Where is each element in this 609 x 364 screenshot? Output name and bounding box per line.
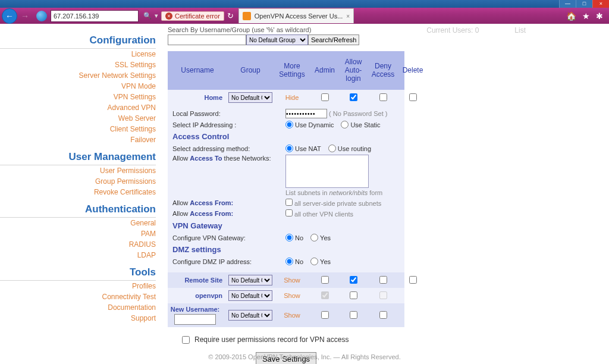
window-maximize[interactable]: □ — [576, 0, 592, 8]
sidebar-item[interactable]: Profiles — [0, 281, 156, 291]
tab-title: OpenVPN Access Server Us... — [255, 12, 343, 20]
sidebar-item[interactable]: License — [0, 49, 156, 59]
require-record-checkbox[interactable] — [182, 336, 190, 344]
group-select[interactable]: No Default Group — [228, 310, 272, 321]
window-close[interactable]: × — [592, 0, 609, 8]
search-group-select[interactable]: No Default Group — [246, 34, 308, 45]
dmz-no-radio[interactable] — [285, 258, 293, 265]
search-icon[interactable]: 🔍 — [143, 12, 152, 20]
new-username-input[interactable] — [174, 314, 216, 325]
sidebar-heading: Authentication — [0, 201, 156, 218]
sidebar-heading: Configuration — [0, 32, 156, 49]
delete-checkbox[interactable] — [409, 276, 417, 284]
ip-dynamic-radio[interactable] — [285, 121, 293, 128]
main-content: Search By Username/Group (use '%' as wil… — [164, 24, 408, 364]
sidebar-item[interactable]: Connectivity Test — [0, 291, 156, 302]
password-hint: ( No Password Set ) — [329, 110, 387, 117]
page-body: Current Users: 0List ConfigurationLicens… — [0, 24, 609, 364]
sidebar-item[interactable]: User Permissions — [0, 165, 156, 176]
label-local-password: Local Password: — [172, 110, 285, 117]
autologin-checkbox[interactable] — [350, 311, 357, 319]
gateway-yes-radio[interactable] — [310, 234, 318, 241]
sidebar-item[interactable]: SSL Settings — [0, 59, 156, 70]
label-configure-gateway: Configure VPN Gateway: — [172, 234, 285, 241]
browser-navbar: ← → 🔍 ▾ ×Certificate error ↻ OpenVPN Acc… — [0, 8, 609, 24]
access-from-clients-checkbox[interactable] — [285, 209, 293, 216]
label-access-from-clients: Allow Access From: — [172, 210, 285, 217]
admin-checkbox[interactable] — [321, 311, 329, 319]
section-access-control: Access Control — [172, 130, 400, 143]
sidebar-item[interactable]: Failover — [0, 134, 156, 145]
require-record-label: Require user permissions record for VPN … — [194, 335, 349, 344]
sidebar-heading: Tools — [0, 264, 156, 281]
subnet-hint: List subnets in network/nbits form — [285, 189, 382, 196]
toggle-settings-link[interactable]: Show — [284, 312, 300, 319]
section-vpn-gateway: VPN Gateway — [172, 219, 400, 233]
search-input[interactable] — [168, 34, 246, 45]
tab-close-button[interactable]: × — [346, 13, 350, 20]
browser-tab[interactable]: OpenVPN Access Server Us... × — [238, 8, 354, 23]
username-cell: Remote Site — [168, 277, 227, 284]
sidebar-heading: User Management — [0, 149, 156, 165]
label-ip-addressing: Select IP Addressing : — [172, 121, 285, 128]
tab-favicon-icon — [243, 12, 251, 20]
tools-icon[interactable]: ✱ — [596, 11, 603, 21]
admin-checkbox[interactable] — [321, 276, 329, 284]
access-from-subnets-checkbox[interactable] — [285, 199, 293, 206]
home-icon[interactable]: 🏠 — [566, 11, 576, 21]
sidebar-item[interactable]: Web Server — [0, 113, 156, 124]
deny-checkbox[interactable] — [379, 311, 387, 319]
deny-checkbox[interactable] — [379, 93, 387, 101]
sidebar: ConfigurationLicenseSSL SettingsServer N… — [0, 24, 164, 364]
sidebar-item[interactable]: Documentation — [0, 302, 156, 313]
sidebar-item[interactable]: RADIUS — [0, 239, 156, 250]
networks-textarea[interactable] — [285, 155, 369, 188]
user-detail-panel: Local Password: ( No Password Set ) Sele… — [168, 105, 404, 272]
search-refresh-button[interactable]: Search/Refresh — [308, 34, 359, 45]
deny-checkbox — [379, 291, 387, 299]
nav-back-button[interactable]: ← — [2, 8, 17, 24]
group-select[interactable]: No Default Group — [228, 92, 272, 103]
deny-checkbox[interactable] — [379, 276, 387, 284]
sidebar-item[interactable]: General — [0, 218, 156, 228]
nat-radio[interactable] — [285, 145, 293, 152]
sidebar-item[interactable]: VPN Mode — [0, 81, 156, 92]
autologin-checkbox[interactable] — [350, 276, 357, 284]
autologin-checkbox[interactable] — [350, 291, 357, 299]
username-cell: openvpn — [168, 292, 227, 299]
sidebar-item[interactable]: Server Network Settings — [0, 70, 156, 81]
ip-static-radio[interactable] — [341, 121, 349, 128]
sidebar-item[interactable]: Revoke Certificates — [0, 187, 156, 197]
toggle-settings-link[interactable]: Show — [284, 292, 300, 299]
table-header: UsernameGroupMore Settings AdminAllow Au… — [168, 51, 404, 90]
user-row-remote-site: Remote Site No Default Group Show — [168, 272, 404, 288]
favorites-icon[interactable]: ★ — [582, 11, 590, 21]
sidebar-item[interactable]: Group Permissions — [0, 176, 156, 187]
address-bar[interactable] — [51, 10, 139, 22]
dmz-yes-radio[interactable] — [310, 258, 318, 265]
sidebar-item[interactable]: PAM — [0, 228, 156, 239]
refresh-button[interactable]: ↻ — [227, 11, 234, 20]
ie-logo-icon — [36, 11, 47, 21]
sidebar-item[interactable]: LDAP — [0, 250, 156, 261]
sidebar-item[interactable]: Client Settings — [0, 124, 156, 134]
routing-radio[interactable] — [328, 145, 336, 152]
label-access-to: Allow Access To these Networks: — [172, 155, 285, 162]
nav-forward-button[interactable]: → — [17, 8, 33, 24]
sidebar-item[interactable]: VPN Settings — [0, 92, 156, 102]
section-dmz: DMZ settings — [172, 243, 400, 256]
local-password-input[interactable] — [285, 109, 327, 118]
admin-checkbox[interactable] — [321, 93, 329, 101]
toggle-settings-link[interactable]: Show — [284, 277, 300, 284]
certificate-error-badge[interactable]: ×Certificate error — [161, 11, 224, 21]
sidebar-item[interactable]: Advanced VPN — [0, 102, 156, 113]
window-minimize[interactable]: — — [559, 0, 576, 8]
toggle-settings-link[interactable]: Hide — [285, 94, 299, 101]
group-select[interactable]: No Default Group — [228, 290, 272, 301]
gateway-no-radio[interactable] — [285, 234, 293, 241]
group-select[interactable]: No Default Group — [228, 275, 272, 285]
delete-checkbox[interactable] — [409, 93, 417, 101]
autologin-checkbox[interactable] — [350, 93, 357, 101]
search-label: Search By Username/Group (use '%' as wil… — [168, 24, 404, 34]
sidebar-item[interactable]: Support — [0, 313, 156, 324]
